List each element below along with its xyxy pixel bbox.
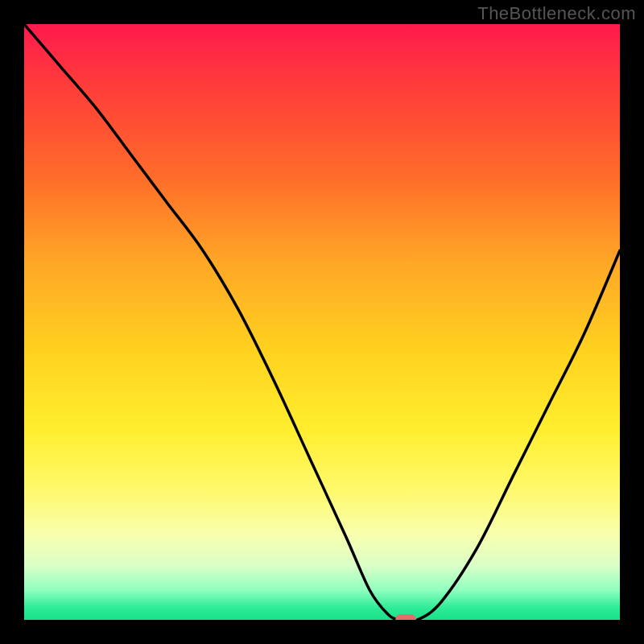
optimal-point-marker [395,614,416,620]
plot-area [24,24,620,620]
bottleneck-curve [24,24,620,620]
watermark-text: TheBottleneck.com [477,3,636,24]
chart-frame: TheBottleneck.com [0,0,644,644]
